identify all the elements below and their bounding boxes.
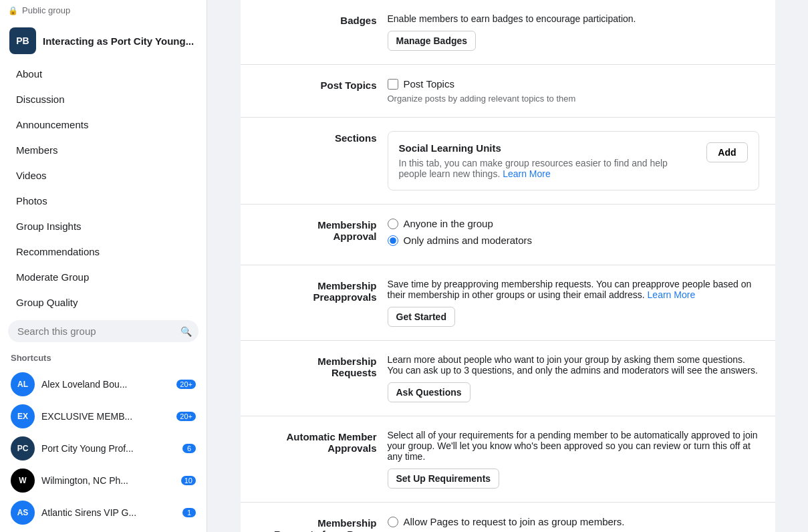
shortcut-badge: 20+ [176,412,196,421]
allow-pages-radio[interactable] [388,517,398,527]
membership-requests-from-pages-content: Allow Pages to request to join as group … [388,516,759,532]
sections-label: Sections [257,131,377,190]
badges-content: Enable members to earn badges to encoura… [388,13,759,51]
membership-requests-from-pages-section: MembershipRequests from Pages Allow Page… [241,503,775,532]
shortcut-badge: 6 [182,444,196,453]
preapprovals-description: Save time by preapproving membership req… [388,279,759,300]
list-item[interactable]: AS Atlantic Sirens VIP G... 1 [11,497,196,529]
automatic-member-approvals-section: Automatic MemberApprovals Select all of … [241,416,775,503]
shortcut-badge: 20+ [176,380,196,389]
avatar: PB [9,27,36,54]
automatic-approvals-description: Select all of your requirements for a pe… [388,430,759,462]
avatar: EX [11,404,35,428]
group-identity[interactable]: PB Interacting as Port City Young... [0,21,207,61]
allow-pages-row: Allow Pages to request to join as group … [388,516,759,527]
membership-requests-description: Learn more about people who want to join… [388,354,759,376]
avatar: W [11,469,35,493]
admins-moderators-label[interactable]: Only admins and moderators [404,235,533,246]
preapprovals-learn-more-link[interactable]: Learn More [648,289,696,300]
post-topics-checkbox-label[interactable]: Post Topics [404,78,454,90]
section-box-desc: In this tab, you can make group resource… [399,158,696,179]
anyone-in-group-row: Anyone in the group [388,218,759,229]
shortcut-name: EXCLUSIVE MEMB... [41,411,170,422]
list-item[interactable]: W Wilmington, NC Ph... 10 [11,464,196,497]
public-group-label: Public group [0,0,207,21]
allow-pages-label[interactable]: Allow Pages to request to join as group … [404,516,625,527]
add-section-button[interactable]: Add [706,142,747,162]
list-item[interactable]: AL Alex Loveland Bou... 20+ [11,368,196,400]
sidebar: Public group PB Interacting as Port City… [0,0,207,532]
sidebar-item-about[interactable]: About [5,61,201,86]
group-name: Interacting as Port City Young... [43,35,194,47]
manage-badges-button[interactable]: Manage Badges [388,31,477,51]
shortcut-name: Port City Young Prof... [41,443,176,454]
search-input[interactable] [8,320,198,342]
shortcut-name: Wilmington, NC Ph... [41,475,174,486]
post-topics-content: Post Topics Organize posts by adding rel… [388,78,759,104]
automatic-member-approvals-label: Automatic MemberApprovals [257,430,377,489]
nav-list: AboutDiscussionAnnouncementsMembersVideo… [0,61,207,315]
shortcut-badge: 1 [182,508,196,517]
anyone-in-group-radio[interactable] [388,219,398,229]
shortcuts-list: AL Alex Loveland Bou... 20+ EX EXCLUSIVE… [11,368,196,532]
sidebar-item-videos[interactable]: Videos [5,163,201,188]
section-box-content: Social Learning Units In this tab, you c… [399,142,696,179]
sidebar-item-members[interactable]: Members [5,138,201,162]
badges-label: Badges [257,13,377,51]
sidebar-item-moderate-group[interactable]: Moderate Group [5,265,201,289]
anyone-in-group-label[interactable]: Anyone in the group [404,218,493,229]
membership-approval-content: Anyone in the group Only admins and mode… [388,218,759,251]
shortcuts-label: Shortcuts [11,353,196,363]
membership-requests-section: MembershipRequests Learn more about peop… [241,341,775,416]
sidebar-item-group-quality[interactable]: Group Quality [5,290,201,315]
post-topics-label: Post Topics [257,78,377,104]
search-icon: 🔍 [180,326,192,337]
avatar: AS [11,501,35,525]
post-topics-section: Post Topics Post Topics Organize posts b… [241,65,775,118]
sections-learn-more-link[interactable]: Learn More [503,168,551,179]
membership-approval-section: MembershipApproval Anyone in the group O… [241,205,775,265]
badges-section: Badges Enable members to earn badges to … [241,0,775,65]
post-topics-checkbox-row: Post Topics [388,78,759,90]
list-item[interactable]: IM IMBA Class of 2019-20... [11,529,196,532]
sidebar-item-announcements[interactable]: Announcements [5,112,201,137]
sections-content: Social Learning Units In this tab, you c… [388,131,759,190]
list-item[interactable]: EX EXCLUSIVE MEMB... 20+ [11,400,196,432]
sidebar-item-group-insights[interactable]: Group Insights [5,214,201,239]
automatic-member-approvals-content: Select all of your requirements for a pe… [388,430,759,489]
avatar: AL [11,372,35,396]
sidebar-item-discussion[interactable]: Discussion [5,87,201,112]
list-item[interactable]: PC Port City Young Prof... 6 [11,432,196,464]
shortcut-name: Atlantic Sirens VIP G... [41,507,176,518]
shortcuts-section: Shortcuts AL Alex Loveland Bou... 20+ EX… [0,348,207,532]
admins-moderators-row: Only admins and moderators [388,235,759,246]
shortcut-name: Alex Loveland Bou... [41,379,170,390]
settings-container: Badges Enable members to earn badges to … [241,0,775,532]
membership-preapprovals-content: Save time by preapproving membership req… [388,279,759,327]
badges-description: Enable members to earn badges to encoura… [388,13,759,24]
membership-requests-from-pages-label: MembershipRequests from Pages [257,516,377,532]
membership-requests-label: MembershipRequests [257,354,377,402]
post-topics-sub-description: Organize posts by adding relevant topics… [388,94,759,104]
set-up-requirements-button[interactable]: Set Up Requirements [388,469,500,489]
post-topics-checkbox[interactable] [388,79,398,90]
social-learning-units-box: Social Learning Units In this tab, you c… [388,131,759,190]
admins-moderators-radio[interactable] [388,235,398,246]
sections-section: Sections Social Learning Units In this t… [241,118,775,205]
membership-approval-label: MembershipApproval [257,218,377,251]
membership-requests-content: Learn more about people who want to join… [388,354,759,402]
sidebar-item-recommendations[interactable]: Recommendations [5,239,201,264]
membership-preapprovals-label: MembershipPreapprovals [257,279,377,327]
section-box-title: Social Learning Units [399,142,696,154]
membership-preapprovals-section: MembershipPreapprovals Save time by prea… [241,265,775,341]
get-started-button[interactable]: Get Started [388,307,455,327]
avatar: PC [11,436,35,460]
search-box: 🔍 [8,320,198,342]
main-content: Badges Enable members to earn badges to … [207,0,808,532]
sidebar-item-photos[interactable]: Photos [5,188,201,213]
shortcut-badge: 10 [181,476,196,485]
ask-questions-button[interactable]: Ask Questions [388,382,470,402]
